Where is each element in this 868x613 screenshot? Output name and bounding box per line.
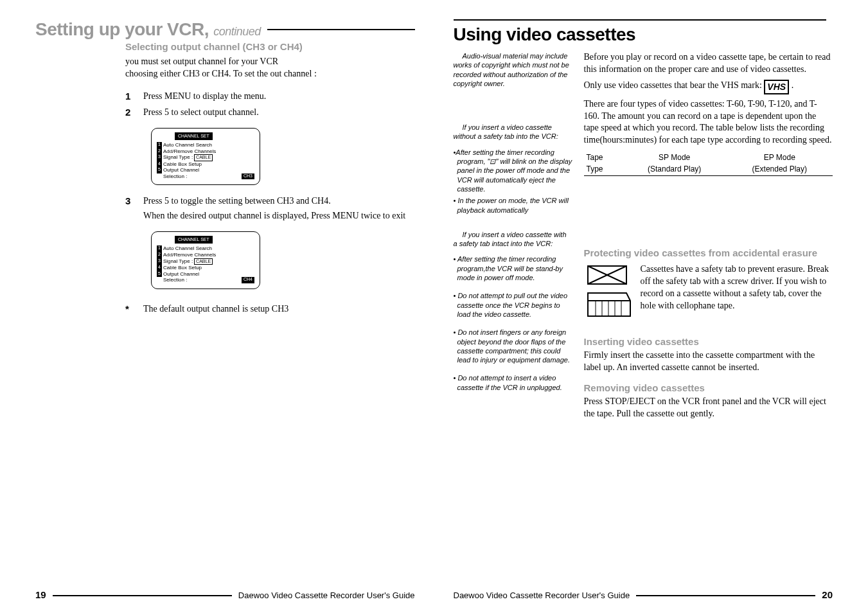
osd-menu-ch3: CHANNEL SET 1Auto Channel Search 2Add/Re… (151, 128, 260, 186)
sidenote-bullet: •After setting the timer recording progr… (457, 148, 572, 193)
osd-row: Add/Remove Channels (163, 252, 216, 258)
footer-right: Daewoo Video Cassette Recorder User's Gu… (454, 589, 833, 600)
footer-rule (53, 595, 232, 596)
asterisk: * (125, 303, 134, 315)
vhs-paragraph: Only use video cassettes that bear the V… (584, 80, 833, 94)
osd-row: Signal Type : (163, 154, 193, 161)
insert-heading: Inserting video cassettes (584, 335, 833, 348)
insert-text: Firmly insert the cassette into the cass… (584, 350, 833, 374)
osd-row: Output Channel (163, 167, 199, 173)
left-content: Selecting output channel (CH3 or CH4) yo… (125, 41, 415, 315)
vhs-text-b: . (789, 80, 793, 90)
osd-row: Cable Box Setup (163, 265, 202, 271)
vhs-text-a: Only use video cassettes that bear the V… (584, 80, 765, 90)
sidenote-column: Audio-visual material may include works … (454, 51, 572, 420)
osd-row: Auto Channel Search (163, 142, 212, 148)
osd-row: Add/Remove Channels (163, 148, 216, 155)
footer-text: Daewoo Video Cassette Recorder User's Gu… (454, 591, 630, 600)
osd-menu-ch4: CHANNEL SET 1Auto Channel Search 2Add/Re… (151, 231, 260, 289)
sidenote-copyright: Audio-visual material may include works … (454, 51, 572, 88)
intro-line-2: choosing either CH3 or CH4. To set the o… (125, 68, 415, 80)
remove-text: Press STOP/EJECT on the VCR front panel … (584, 396, 833, 420)
osd-row: Auto Channel Search (163, 245, 212, 252)
step-number: 2 (125, 107, 134, 119)
footer-left: 19 Daewoo Video Cassette Recorder User's… (35, 589, 415, 600)
sidenote-bullet: • Do not attempt to insert a video casse… (457, 373, 572, 392)
intro-paragraph: Before you play or record on a video cas… (584, 51, 833, 76)
step-3b: When the desired output channel is displ… (143, 210, 415, 222)
sidenote-bullet: • In the power on mode, the VCR will pla… (457, 196, 572, 215)
step-3: 3 Press 5 to toggle the setting between … (125, 195, 415, 222)
note-text: The default output channel is setup CH3 (143, 303, 415, 315)
osd-selection: Selection : (163, 173, 187, 180)
step-text: Press MENU to display the menu. (143, 91, 415, 103)
step-number: 1 (125, 91, 134, 103)
vhs-logo-icon: VHS (764, 80, 789, 94)
step-note: * The default output channel is setup CH… (125, 303, 415, 315)
cassette-tab-icon (584, 263, 634, 319)
footer-text: Daewoo Video Cassette Recorder User's Gu… (238, 591, 415, 600)
osd-row: Signal Type : (163, 258, 193, 265)
sidenote-bullet: • After setting the timer recording prog… (457, 254, 572, 282)
main-column: Before you play or record on a video cas… (584, 51, 833, 420)
osd-selection: Selection : (163, 277, 187, 283)
osd-row: Cable Box Setup (163, 161, 202, 168)
th-type: Type (584, 163, 623, 175)
two-column-layout: Audio-visual material may include works … (454, 51, 833, 420)
step-number: 3 (125, 195, 134, 222)
page-number: 19 (35, 589, 46, 600)
section-title: Setting up your VCR, continued (35, 19, 261, 40)
osd-title: CHANNEL SET (175, 236, 213, 244)
step-text: Press 5 to toggle the setting between CH… (143, 195, 415, 222)
page-number: 20 (822, 589, 833, 600)
title-continued: continued (213, 25, 261, 38)
th-sp-sub: (Standard Play) (623, 163, 727, 175)
title-row (454, 19, 833, 21)
protect-text: Cassettes have a safety tab to prevent e… (641, 263, 833, 319)
sidenote-no-tab-intro: If you insert a video cassette without a… (454, 123, 572, 141)
step-2: 2 Press 5 to select output channel. (125, 107, 415, 119)
osd-channel-tag: CH4 (242, 277, 254, 283)
osd-row: Output Channel (163, 271, 199, 278)
remove-heading: Removing video cassettes (584, 382, 833, 395)
sidenote-bullet: • Do not insert fingers or any foreign o… (457, 328, 572, 364)
title-rule (454, 19, 827, 21)
sidenote-bullet: • Do not attempt to pull out the video c… (457, 291, 572, 319)
footer-rule (636, 595, 815, 596)
right-page: Using video cassettes Audio-visual mater… (434, 0, 869, 613)
page-title: Using video cassettes (454, 24, 833, 45)
osd-box: CABLE (194, 258, 213, 265)
osd-box: CABLE (194, 154, 213, 161)
step-3a: Press 5 to toggle the setting between CH… (143, 195, 415, 208)
left-page: Setting up your VCR, continued Selecting… (0, 0, 434, 613)
step-text: Press 5 to select output channel. (143, 107, 415, 119)
step-1: 1 Press MENU to display the menu. (125, 91, 415, 103)
th-ep: EP Mode (727, 152, 833, 163)
th-ep-sub: (Extended Play) (727, 163, 833, 175)
osd-title: CHANNEL SET (175, 132, 213, 140)
osd-channel-tag: CH3 (242, 173, 254, 180)
tape-types-paragraph: There are four types of video cassettes:… (584, 98, 833, 147)
recording-time-table: Tape SP Mode EP Mode Type (Standard Play… (584, 152, 833, 175)
th-tape: Tape (584, 152, 623, 163)
sidenote-with-tab-intro: If you insert a video cassette with a sa… (454, 230, 572, 249)
intro-line-1: you must set output channel for your VCR (125, 56, 415, 68)
title-rule (267, 29, 415, 30)
th-sp: SP Mode (623, 152, 727, 163)
protect-heading: Protecting video cassettes from accident… (584, 247, 833, 260)
subheading: Selecting output channel (CH3 or CH4) (125, 41, 415, 52)
title-row: Setting up your VCR, continued (35, 19, 415, 40)
protect-row: Cassettes have a safety tab to prevent e… (584, 263, 833, 319)
title-main: Setting up your VCR, (35, 19, 209, 39)
